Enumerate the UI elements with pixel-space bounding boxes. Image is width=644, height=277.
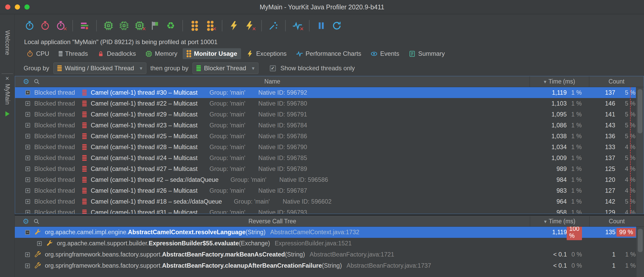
toolbar-separator: [182, 20, 183, 31]
pause-icon[interactable]: [316, 20, 327, 31]
call-tree-row[interactable]: + org.apache.camel.support.builder.Expre…: [15, 238, 644, 249]
gear-icon[interactable]: ⚙: [23, 78, 29, 85]
magic-wand-icon[interactable]: [268, 20, 279, 31]
call-tree-row[interactable]: + org.springframework.beans.factory.supp…: [15, 249, 644, 260]
vertical-scrollbar[interactable]: [636, 87, 644, 214]
show-blocked-label: Show blocked threads only: [280, 65, 355, 72]
close-window-button[interactable]: [5, 4, 10, 10]
sidebar-separator: [2, 73, 13, 74]
close-session-icon[interactable]: ✕: [0, 75, 15, 81]
blocked-threads-table: ⚙ Name ▾ Time (ms) Count +Blocked thread…: [15, 76, 644, 214]
thread-dump-icon[interactable]: [79, 20, 90, 31]
table-row[interactable]: +Blocked threadCamel (camel-1) thread #3…: [15, 207, 644, 214]
scrollbar-thumb[interactable]: [638, 229, 643, 252]
expand-icon[interactable]: +: [25, 199, 30, 204]
tab-performance-charts[interactable]: Performance Charts: [292, 48, 365, 59]
sidebar-tab-welcome[interactable]: Welcome: [4, 30, 11, 55]
tab-summary[interactable]: Summary: [405, 48, 449, 59]
blocked-thread-icon: [82, 188, 87, 194]
expand-icon[interactable]: +: [37, 241, 42, 246]
scrollbar-thumb[interactable]: [638, 89, 642, 133]
memory-allocation-icon[interactable]: [119, 20, 129, 31]
expand-icon[interactable]: +: [25, 112, 30, 117]
then-group-by-combo[interactable]: Blocker Thread: [193, 63, 258, 74]
zoom-window-button[interactable]: [24, 4, 30, 10]
toolbar-separator: [285, 20, 286, 31]
tab-threads[interactable]: Threads: [55, 48, 92, 59]
column-header-time[interactable]: ▾ Time (ms): [530, 216, 589, 226]
expand-icon[interactable]: +: [25, 188, 30, 193]
table-row[interactable]: +Blocked threadCamel (camel-1) thread #1…: [15, 196, 644, 207]
tab-memory[interactable]: Memory: [141, 48, 181, 59]
show-blocked-checkbox[interactable]: [270, 65, 276, 71]
table-row[interactable]: +Blocked threadCamel (camel-1) thread #2…: [15, 153, 644, 163]
expand-icon[interactable]: +: [25, 101, 30, 106]
expand-icon[interactable]: +: [25, 210, 30, 214]
cpu-tracing-icon[interactable]: [40, 20, 51, 31]
vertical-scrollbar[interactable]: [636, 227, 644, 277]
group-by-combo[interactable]: Waiting / Blocked Thread: [53, 63, 146, 74]
search-icon[interactable]: [33, 218, 40, 225]
tab-deadlocks[interactable]: Deadlocks: [93, 48, 140, 59]
call-tree-row[interactable]: + org.springframework.beans.factory.supp…: [15, 260, 644, 271]
method-icon: [34, 251, 41, 258]
column-header-count[interactable]: Count: [589, 216, 644, 226]
collapse-icon[interactable]: −: [25, 230, 30, 235]
telemetry-stop-icon[interactable]: [292, 20, 303, 31]
refresh-icon[interactable]: [331, 20, 342, 31]
table-row[interactable]: +Blocked threadCamel (camel-1) thread #2…: [15, 120, 644, 131]
table-row[interactable]: +Blocked threadCamel (camel-1) thread #3…: [15, 87, 644, 98]
search-icon[interactable]: [33, 78, 40, 85]
memory-snapshot-icon[interactable]: [103, 20, 114, 31]
expand-icon[interactable]: +: [25, 90, 30, 95]
toolbar-separator: [309, 20, 310, 31]
column-header-time[interactable]: ▾ Time (ms): [530, 76, 589, 87]
expand-icon[interactable]: +: [25, 264, 30, 268]
gear-icon[interactable]: ⚙: [23, 218, 29, 225]
reverse-call-tree-panel: ⚙ Reverse Call Tree ▾ Time (ms) Count − …: [15, 216, 644, 277]
memory-tab-icon: [145, 50, 152, 57]
table-row[interactable]: +Blocked threadCamel (camel-1) thread #2…: [15, 185, 644, 196]
monitor-profiling-stop-icon[interactable]: [205, 20, 216, 31]
sort-desc-icon: ▾: [544, 218, 547, 225]
table-row[interactable]: +Blocked threadCamel (camel-1) thread #2…: [15, 131, 644, 142]
column-header-count[interactable]: Count: [589, 76, 644, 87]
toolbar-separator: [261, 20, 262, 31]
minimize-window-button[interactable]: [15, 4, 20, 10]
table-row[interactable]: +Blocked threadCamel (camel-1) thread #2…: [15, 142, 644, 153]
column-header-name[interactable]: Name: [15, 78, 530, 85]
then-group-by-label: then group by: [150, 65, 189, 72]
force-gc-icon[interactable]: ♻: [165, 20, 176, 31]
blocked-thread-icon: [82, 210, 87, 214]
blocked-thread-icon: [82, 155, 87, 161]
expand-icon[interactable]: +: [25, 123, 30, 128]
group-bar: Group by Waiting / Blocked Thread then g…: [15, 60, 644, 76]
tab-monitor-usage[interactable]: Monitor Usage: [183, 48, 241, 59]
expand-icon[interactable]: +: [25, 156, 30, 160]
table-row[interactable]: +Blocked threadCamel (camel-1) thread #2…: [15, 109, 644, 120]
sort-desc-icon: ▾: [544, 79, 546, 85]
flag-icon[interactable]: [150, 20, 161, 31]
table-row[interactable]: +Blocked threadCamel (camel-1) thread #2…: [15, 174, 644, 185]
cpu-stop-icon[interactable]: [55, 20, 66, 31]
expand-icon[interactable]: +: [25, 177, 30, 182]
expand-icon[interactable]: +: [25, 252, 30, 257]
panel-divider[interactable]: [15, 214, 644, 216]
cpu-sampling-icon[interactable]: [24, 20, 35, 31]
expand-icon[interactable]: +: [25, 167, 30, 171]
tab-events[interactable]: Events: [367, 48, 403, 59]
memory-allocation-stop-icon[interactable]: [134, 20, 145, 31]
expand-icon[interactable]: +: [25, 134, 30, 138]
expand-icon[interactable]: +: [25, 145, 30, 149]
call-tree-row[interactable]: − org.apache.camel.impl.engine.AbstractC…: [15, 227, 644, 238]
monitor-profiling-icon[interactable]: [189, 20, 200, 31]
summary-tab-icon: [409, 50, 416, 57]
exception-profiling-stop-icon[interactable]: [244, 20, 255, 31]
table-row[interactable]: +Blocked threadCamel (camel-1) thread #2…: [15, 163, 644, 174]
table-row[interactable]: +Blocked threadCamel (camel-1) thread #2…: [15, 98, 644, 109]
sidebar-tab-mymain[interactable]: MyMain: [4, 84, 11, 105]
waiting-thread-icon: [57, 65, 62, 71]
tab-cpu[interactable]: CPU: [23, 48, 53, 59]
exception-profiling-icon[interactable]: [229, 20, 239, 31]
tab-exceptions[interactable]: Exceptions: [243, 48, 290, 59]
